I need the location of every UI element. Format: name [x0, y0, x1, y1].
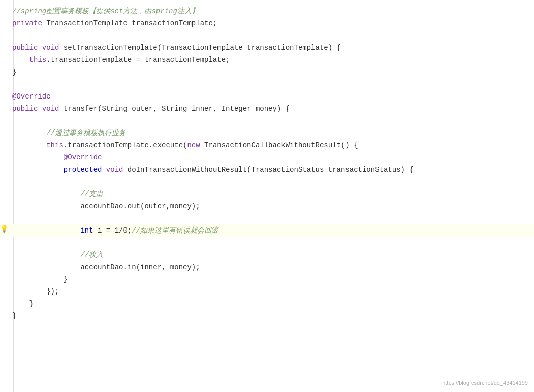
token-kw: public — [12, 44, 38, 52]
token-plain — [38, 44, 42, 52]
token-plain: transfer(String outer, String inner, Int… — [59, 105, 290, 113]
token-kw: new — [187, 141, 200, 149]
code-line: accountDao.in(inner, money); — [0, 261, 534, 273]
line-text: this.transactionTemplate.execute(new Tra… — [8, 139, 534, 151]
line-text: }); — [8, 285, 534, 298]
token-plain: } — [64, 275, 68, 283]
token-kw: this — [29, 56, 47, 64]
code-line: private TransactionTemplate transactionT… — [0, 17, 534, 29]
code-line: this.transactionTemplate = transactionTe… — [0, 54, 534, 66]
token-kw: void — [106, 166, 123, 174]
token-plain: }); — [46, 287, 59, 296]
line-text: public void setTransactionTemplate(Trans… — [8, 42, 534, 54]
token-comment: //收入 — [80, 251, 103, 259]
code-line: this.transactionTemplate.execute(new Tra… — [0, 139, 534, 151]
token-plain: } — [12, 312, 16, 320]
code-line — [0, 212, 534, 224]
line-text: } — [8, 273, 534, 285]
line-text: } — [8, 310, 534, 322]
token-comment: //spring — [12, 7, 46, 15]
line-text: @Override — [8, 151, 534, 164]
code-line: @Override — [0, 151, 534, 164]
line-text: int i = 1/0;//如果这里有错误就会回滚 — [8, 224, 534, 237]
token-plain: TransactionTemplate transactionTemplate; — [42, 19, 217, 27]
token-comment: 方法，由 — [123, 7, 151, 15]
token-plain: .transactionTemplate.execute( — [64, 141, 187, 149]
line-text: //支出 — [8, 188, 534, 200]
token-kw-blue: protected — [64, 166, 102, 174]
code-line: } — [0, 273, 534, 285]
line-text: accountDao.in(inner, money); — [8, 261, 534, 273]
token-plain: accountDao.in(inner, money); — [80, 263, 200, 271]
token-plain: i = 1/0; — [93, 226, 132, 235]
code-line: //通过事务模板执行业务 — [0, 127, 534, 139]
watermark: https://blog.csdn.net/qq_43414199 — [442, 379, 528, 388]
token-plain: TransactionCallbackWithoutResult() { — [200, 141, 358, 149]
token-plain — [102, 166, 106, 174]
token-plain: .transactionTemplate = transactionTempla… — [46, 56, 230, 64]
code-line — [0, 237, 534, 249]
token-plain: setTransactionTemplate(TransactionTempla… — [59, 44, 341, 52]
line-text: //spring配置事务模板【提供set方法，由spring注入】 — [8, 5, 534, 17]
code-line — [0, 176, 534, 188]
token-comment: //通过事务模板执行业务 — [46, 129, 126, 137]
line-text: //通过事务模板执行业务 — [8, 127, 534, 139]
line-text: private TransactionTemplate transactionT… — [8, 17, 534, 29]
token-kw: void — [42, 44, 59, 52]
code-line — [0, 29, 534, 42]
code-line: //spring配置事务模板【提供set方法，由spring注入】 — [0, 5, 534, 17]
warning-icon: 💡 — [0, 224, 8, 235]
code-line — [0, 78, 534, 90]
token-comment: //如果这里有错误就会回滚 — [132, 226, 218, 235]
token-comment: 配置事务模板 — [46, 7, 89, 15]
code-line: public void transfer(String outer, Strin… — [0, 103, 534, 115]
code-line: //收入 — [0, 249, 534, 261]
code-editor: //spring配置事务模板【提供set方法，由spring注入】private… — [0, 0, 534, 392]
token-annotation: @Override — [64, 153, 102, 161]
code-line: } — [0, 298, 534, 310]
code-line: protected void doInTransactionWithoutRes… — [0, 164, 534, 176]
code-line: 💡 int i = 1/0;//如果这里有错误就会回滚 — [0, 224, 534, 237]
line-text: protected void doInTransactionWithoutRes… — [8, 164, 534, 176]
code-line: @Override — [0, 90, 534, 103]
line-text: public void transfer(String outer, Strin… — [8, 103, 534, 115]
code-line: } — [0, 66, 534, 78]
token-annotation: @Override — [12, 92, 51, 101]
token-comment: set — [110, 7, 123, 15]
line-text: accountDao.out(outer,money); — [8, 200, 534, 212]
token-kw-blue: int — [80, 226, 93, 235]
token-comment: //支出 — [80, 190, 103, 198]
token-kw: void — [42, 105, 59, 113]
line-text: //收入 — [8, 249, 534, 261]
token-plain — [38, 105, 42, 113]
line-text: } — [8, 298, 534, 310]
token-kw: public — [12, 105, 38, 113]
code-line — [0, 115, 534, 127]
token-comment: 注入】 — [177, 7, 199, 15]
token-plain: } — [29, 300, 34, 308]
token-plain: accountDao.out(outer,money); — [80, 202, 200, 210]
code-line: //支出 — [0, 188, 534, 200]
token-plain: doInTransactionWithoutResult(Transaction… — [123, 166, 413, 174]
token-comment: spring — [151, 7, 177, 15]
code-line: }); — [0, 285, 534, 298]
line-text: @Override — [8, 90, 534, 103]
token-plain: } — [12, 68, 16, 76]
token-comment: 【提供 — [89, 7, 110, 15]
line-text: } — [8, 66, 534, 78]
token-kw: private — [12, 19, 42, 27]
line-text: this.transactionTemplate = transactionTe… — [8, 54, 534, 66]
code-line: } — [0, 310, 534, 322]
code-line: public void setTransactionTemplate(Trans… — [0, 42, 534, 54]
code-line: accountDao.out(outer,money); — [0, 200, 534, 212]
token-kw: this — [46, 141, 64, 149]
